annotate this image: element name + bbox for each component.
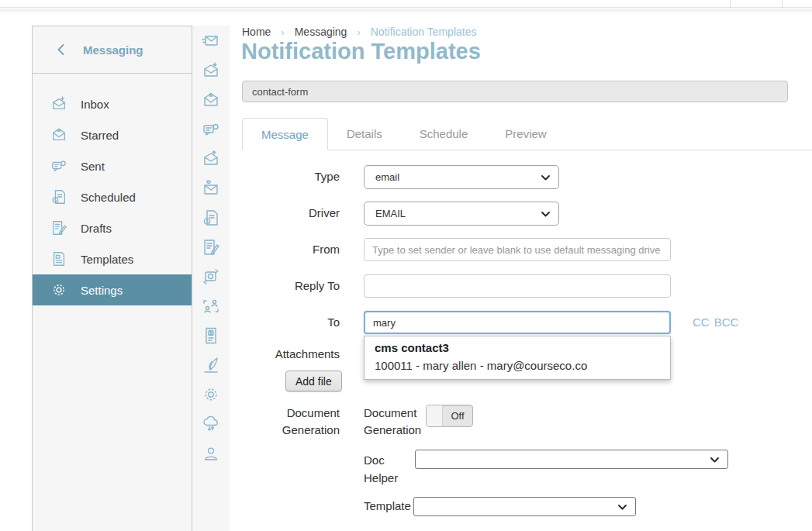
sidebar-item-label: Drafts (81, 222, 112, 235)
type-label: Type (242, 169, 340, 184)
chat-icon[interactable] (202, 120, 220, 139)
sidebar-menu: Inbox Starred Sent Scheduled (33, 74, 192, 305)
breadcrumb: Home › Messaging › Notification Template… (242, 26, 476, 38)
starred-envelope-icon (50, 126, 67, 143)
attachments-label: Attachments (242, 347, 340, 362)
top-navbar (0, 0, 812, 8)
sidebar-item-templates[interactable]: Templates (33, 243, 192, 274)
topbar-divider (782, 0, 783, 8)
toggle-knob (427, 405, 443, 426)
driver-select-value: EMAIL (375, 208, 406, 219)
mail-upload-icon[interactable] (202, 150, 220, 168)
sidebar-back-header[interactable]: Messaging (33, 26, 192, 74)
sidebar-item-settings[interactable]: Settings (33, 274, 192, 305)
gear-icon[interactable] (202, 385, 220, 404)
type-select-value: email (375, 171, 399, 183)
type-select[interactable]: email (364, 165, 559, 189)
doc-clock-icon[interactable] (202, 209, 220, 227)
mail-heart-icon[interactable] (202, 179, 220, 198)
topbar-shadow (0, 9, 812, 14)
toggle-state-label: Off (443, 405, 472, 426)
scheduled-document-icon (50, 188, 67, 205)
contact-card-icon[interactable] (202, 326, 220, 345)
cloud-sync-icon[interactable] (202, 415, 220, 433)
doc-pencil-icon[interactable] (202, 238, 220, 257)
bcc-link[interactable]: BCC (714, 315, 739, 329)
reply-to-label: Reply To (242, 278, 340, 294)
breadcrumb-home[interactable]: Home (242, 26, 271, 38)
template-name-input[interactable] (242, 81, 788, 102)
autocomplete-group-label: cms contact3 (365, 336, 670, 356)
sidebar-item-inbox[interactable]: Inbox (33, 88, 192, 119)
from-input[interactable] (364, 238, 671, 261)
chevron-left-icon (57, 44, 64, 55)
tab-bar: Message Details Schedule Preview (242, 118, 812, 150)
driver-label: Driver (242, 205, 340, 221)
app-screen: Messaging Inbox Starred Sent (0, 0, 812, 531)
sidebar-item-sent[interactable]: Sent (33, 150, 192, 181)
messaging-sidebar: Messaging Inbox Starred Sent (32, 26, 192, 531)
cc-bcc-links: CC BCC (693, 315, 738, 329)
chevron-down-icon (541, 212, 550, 217)
breadcrumb-messaging[interactable]: Messaging (295, 26, 347, 38)
sidebar-item-label: Sent (81, 160, 105, 173)
sidebar-item-label: Scheduled (81, 191, 136, 204)
sidebar-item-scheduled[interactable]: Scheduled (33, 181, 192, 212)
sidebar-item-starred[interactable]: Starred (33, 119, 192, 150)
breadcrumb-separator-icon: › (357, 26, 360, 38)
mail-forward-icon[interactable] (202, 32, 220, 50)
to-label: To (242, 315, 340, 330)
sidebar-item-label: Inbox (81, 98, 109, 111)
snapshot-icon[interactable] (202, 267, 220, 286)
document-generation-inner-label: Document Generation (364, 405, 429, 439)
mail-download-icon[interactable] (202, 61, 220, 80)
page-title: Notification Templates (241, 39, 481, 64)
template-select[interactable] (413, 497, 636, 516)
tab-message[interactable]: Message (242, 118, 328, 150)
doc-helper-select[interactable] (415, 450, 728, 469)
sidebar-item-label: Starred (81, 129, 119, 142)
add-file-button[interactable]: Add file (285, 371, 342, 391)
cc-link[interactable]: CC (693, 315, 710, 329)
to-input[interactable] (364, 311, 671, 334)
draft-pencil-icon (50, 219, 67, 236)
chat-bubble-icon (50, 157, 67, 174)
driver-select[interactable]: EMAIL (364, 202, 559, 226)
tab-preview[interactable]: Preview (486, 118, 565, 150)
chevron-down-icon (710, 457, 719, 463)
from-label: From (242, 242, 340, 257)
template-label: Template (364, 499, 411, 512)
mail-star-icon[interactable] (202, 91, 220, 109)
sidebar-item-label: Templates (81, 253, 133, 266)
templates-document-icon (50, 250, 67, 267)
autocomplete-option[interactable]: 100011 - mary allen - mary@courseco.co (365, 356, 670, 379)
sidebar-item-label: Settings (81, 284, 123, 297)
sidebar-title: Messaging (83, 43, 143, 57)
module-icon-rail (192, 26, 230, 531)
user-exchange-icon[interactable] (202, 297, 220, 315)
gear-icon (50, 281, 67, 298)
document-generation-toggle[interactable]: Off (426, 405, 473, 427)
breadcrumb-current: Notification Templates (371, 26, 477, 38)
document-generation-label: Document Generation (242, 405, 340, 439)
quill-icon[interactable] (202, 356, 220, 374)
recipient-autocomplete-dropdown: cms contact3 100011 - mary allen - mary@… (364, 336, 671, 380)
chevron-down-icon (618, 505, 627, 510)
tab-schedule[interactable]: Schedule (401, 118, 487, 150)
inbox-envelope-icon (50, 95, 67, 112)
topbar-divider (730, 0, 731, 8)
tab-details[interactable]: Details (328, 118, 401, 150)
reply-to-input[interactable] (364, 274, 671, 298)
chevron-down-icon (541, 175, 550, 181)
user-icon[interactable] (202, 444, 220, 463)
sidebar-item-drafts[interactable]: Drafts (33, 212, 192, 243)
breadcrumb-separator-icon: › (281, 26, 284, 38)
doc-helper-label: Doc Helper (364, 451, 409, 487)
